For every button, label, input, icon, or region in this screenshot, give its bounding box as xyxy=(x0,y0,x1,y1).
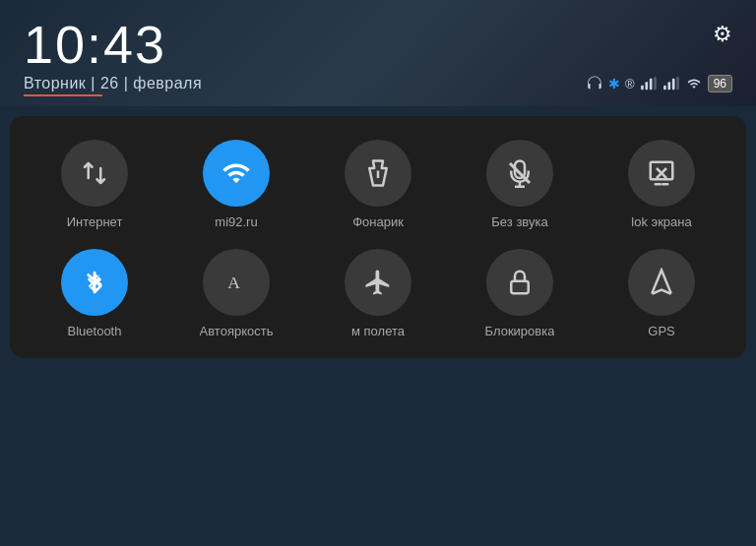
silent-circle xyxy=(486,140,553,207)
lock-circle xyxy=(486,249,553,316)
signal-icon-2 xyxy=(662,77,680,91)
status-row: ✱ ® 96 xyxy=(586,75,732,92)
toggle-brightness[interactable]: A Автояркость xyxy=(167,249,305,338)
toggle-row-1: Интернет mi92.ru Фонарик xyxy=(26,140,730,229)
svg-rect-7 xyxy=(676,77,679,90)
screenshot-label: lok экрана xyxy=(631,214,691,229)
wifi-circle xyxy=(203,140,270,207)
headphone-icon xyxy=(586,75,603,92)
bluetooth-icon xyxy=(80,268,109,297)
toggle-airplane[interactable]: м полета xyxy=(309,249,447,338)
svg-text:A: A xyxy=(227,273,240,292)
toggle-internet[interactable]: Интернет xyxy=(26,140,163,229)
toggle-wifi[interactable]: mi92.ru xyxy=(167,140,305,229)
bluetooth-circle xyxy=(61,249,128,316)
toggle-screenshot[interactable]: lok экрана xyxy=(593,140,730,229)
top-bar: 10:43 Вторник | 26 | февраля ⚙ ✱ ® xyxy=(0,0,756,106)
signal-icon-1 xyxy=(640,77,658,91)
toggle-lock[interactable]: Блокировка xyxy=(451,249,589,338)
svg-rect-5 xyxy=(667,82,670,90)
airplane-icon xyxy=(363,268,393,297)
wifi-label: mi92.ru xyxy=(215,214,257,229)
lock-label: Блокировка xyxy=(485,324,555,338)
bt-status-icon: ✱ xyxy=(608,76,620,91)
gps-label: GPS xyxy=(648,324,674,338)
toggle-bluetooth[interactable]: Bluetooth xyxy=(26,249,163,338)
wifi-icon xyxy=(221,158,251,188)
toggle-gps[interactable]: GPS xyxy=(593,249,730,338)
toggle-row-2: Bluetooth A Автояркость м полета xyxy=(26,249,730,338)
internet-circle xyxy=(61,140,128,207)
brightness-label: Автояркость xyxy=(200,324,274,338)
airplane-label: м полета xyxy=(351,324,405,338)
svg-rect-1 xyxy=(645,82,648,90)
brightness-circle: A xyxy=(203,249,270,316)
gear-icon[interactable]: ⚙ xyxy=(713,22,732,47)
wifi-status-icon xyxy=(685,77,703,91)
svg-rect-2 xyxy=(650,79,653,90)
lock-icon xyxy=(505,268,535,297)
flashlight-label: Фонарик xyxy=(352,214,404,229)
clock: 10:43 xyxy=(24,18,732,71)
screenshot-icon xyxy=(647,158,676,188)
gps-icon xyxy=(647,268,676,297)
brightness-icon: A xyxy=(221,268,251,297)
airplane-circle xyxy=(345,249,411,316)
battery-badge: 96 xyxy=(708,75,732,92)
svg-rect-6 xyxy=(672,79,675,90)
internet-label: Интернет xyxy=(67,214,123,229)
svg-rect-16 xyxy=(511,281,529,294)
silent-label: Без звука xyxy=(491,214,547,229)
svg-rect-4 xyxy=(663,86,666,90)
bluetooth-label: Bluetooth xyxy=(68,324,122,338)
svg-rect-12 xyxy=(651,162,673,180)
underline-indicator xyxy=(24,94,102,96)
flashlight-icon xyxy=(363,158,393,188)
toggle-flashlight[interactable]: Фонарик xyxy=(309,140,447,229)
quick-toggles-panel: Интернет mi92.ru Фонарик xyxy=(10,116,746,358)
top-status-icons: ⚙ xyxy=(713,22,732,47)
toggle-silent[interactable]: Без звука xyxy=(451,140,589,229)
svg-rect-0 xyxy=(641,86,644,90)
screenshot-circle xyxy=(628,140,695,207)
registered-icon: ® xyxy=(625,77,635,91)
svg-rect-3 xyxy=(654,77,657,90)
arrows-icon xyxy=(80,158,109,188)
mute-icon xyxy=(505,158,535,188)
flashlight-circle xyxy=(345,140,411,207)
gps-circle xyxy=(628,249,695,316)
